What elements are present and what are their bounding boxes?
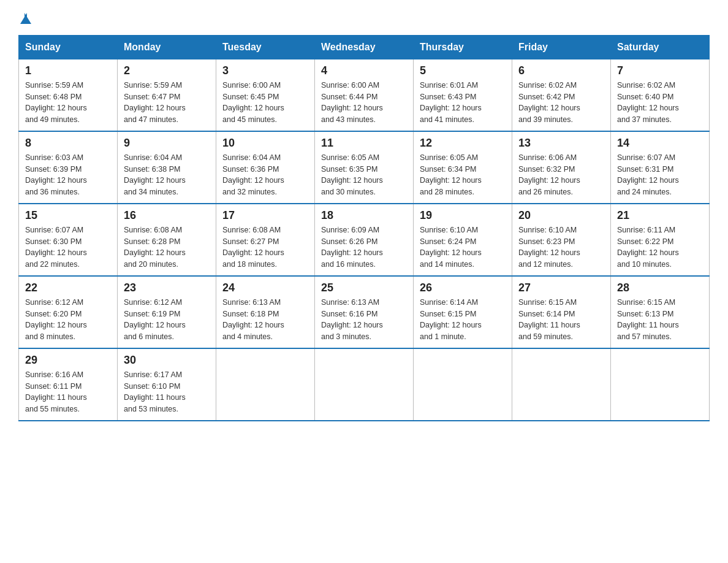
day-number: 22 (25, 282, 111, 294)
day-number: 11 (321, 137, 407, 150)
day-number: 26 (420, 282, 506, 294)
day-info: Sunrise: 6:12 AMSunset: 6:19 PMDaylight:… (124, 297, 210, 343)
day-info: Sunrise: 6:12 AMSunset: 6:20 PMDaylight:… (25, 297, 111, 343)
day-number: 21 (617, 209, 703, 222)
day-info: Sunrise: 6:05 AMSunset: 6:34 PMDaylight:… (420, 152, 506, 198)
calendar-table: SundayMondayTuesdayWednesdayThursdayFrid… (18, 35, 710, 421)
day-info: Sunrise: 6:09 AMSunset: 6:26 PMDaylight:… (321, 224, 407, 270)
day-info: Sunrise: 6:02 AMSunset: 6:42 PMDaylight:… (518, 80, 604, 126)
calendar-cell: 24Sunrise: 6:13 AMSunset: 6:18 PMDayligh… (216, 276, 315, 348)
day-number: 10 (222, 137, 308, 150)
calendar-cell: 14Sunrise: 6:07 AMSunset: 6:31 PMDayligh… (611, 131, 710, 204)
calendar-week-row: 8Sunrise: 6:03 AMSunset: 6:39 PMDaylight… (19, 131, 710, 204)
calendar-cell: 3Sunrise: 6:00 AMSunset: 6:45 PMDaylight… (216, 59, 315, 131)
calendar-cell: 11Sunrise: 6:05 AMSunset: 6:35 PMDayligh… (315, 131, 414, 204)
day-info: Sunrise: 6:08 AMSunset: 6:27 PMDaylight:… (222, 224, 308, 270)
calendar-cell: 28Sunrise: 6:15 AMSunset: 6:13 PMDayligh… (611, 276, 710, 348)
calendar-cell: 5Sunrise: 6:01 AMSunset: 6:43 PMDaylight… (414, 59, 512, 131)
day-number: 16 (124, 209, 210, 222)
day-number: 15 (25, 209, 111, 222)
calendar-cell: 30Sunrise: 6:17 AMSunset: 6:10 PMDayligh… (118, 348, 216, 421)
day-info: Sunrise: 5:59 AMSunset: 6:47 PMDaylight:… (124, 80, 210, 126)
calendar-cell (611, 348, 710, 421)
day-info: Sunrise: 6:04 AMSunset: 6:38 PMDaylight:… (124, 152, 210, 198)
day-info: Sunrise: 6:07 AMSunset: 6:31 PMDaylight:… (617, 152, 703, 198)
day-number: 20 (518, 209, 604, 222)
day-number: 23 (124, 282, 210, 294)
calendar-week-row: 15Sunrise: 6:07 AMSunset: 6:30 PMDayligh… (19, 204, 710, 276)
weekday-header-monday: Monday (118, 35, 216, 59)
day-info: Sunrise: 6:08 AMSunset: 6:28 PMDaylight:… (124, 224, 210, 270)
calendar-cell: 12Sunrise: 6:05 AMSunset: 6:34 PMDayligh… (414, 131, 512, 204)
calendar-cell: 7Sunrise: 6:02 AMSunset: 6:40 PMDaylight… (611, 59, 710, 131)
calendar-cell (315, 348, 414, 421)
calendar-cell: 26Sunrise: 6:14 AMSunset: 6:15 PMDayligh… (414, 276, 512, 348)
weekday-header-friday: Friday (512, 35, 611, 59)
weekday-header-wednesday: Wednesday (315, 35, 414, 59)
calendar-cell: 16Sunrise: 6:08 AMSunset: 6:28 PMDayligh… (118, 204, 216, 276)
day-info: Sunrise: 6:04 AMSunset: 6:36 PMDaylight:… (222, 152, 308, 198)
page-header (18, 12, 710, 24)
day-number: 12 (420, 137, 506, 150)
day-info: Sunrise: 6:14 AMSunset: 6:15 PMDaylight:… (420, 297, 506, 343)
day-number: 14 (617, 137, 703, 150)
day-info: Sunrise: 6:10 AMSunset: 6:23 PMDaylight:… (518, 224, 604, 270)
day-number: 19 (420, 209, 506, 222)
calendar-cell: 15Sunrise: 6:07 AMSunset: 6:30 PMDayligh… (19, 204, 118, 276)
calendar-cell: 1Sunrise: 5:59 AMSunset: 6:48 PMDaylight… (19, 59, 118, 131)
day-number: 6 (518, 64, 604, 77)
day-info: Sunrise: 6:02 AMSunset: 6:40 PMDaylight:… (617, 80, 703, 126)
calendar-cell (216, 348, 315, 421)
day-number: 9 (124, 137, 210, 150)
day-info: Sunrise: 6:15 AMSunset: 6:13 PMDaylight:… (617, 297, 703, 343)
calendar-cell: 18Sunrise: 6:09 AMSunset: 6:26 PMDayligh… (315, 204, 414, 276)
calendar-cell: 20Sunrise: 6:10 AMSunset: 6:23 PMDayligh… (512, 204, 611, 276)
day-number: 29 (25, 354, 111, 367)
day-number: 5 (420, 64, 506, 77)
calendar-cell: 29Sunrise: 6:16 AMSunset: 6:11 PMDayligh… (19, 348, 118, 421)
weekday-header-saturday: Saturday (611, 35, 710, 59)
day-number: 2 (124, 64, 210, 77)
day-number: 24 (222, 282, 308, 294)
calendar-week-row: 22Sunrise: 6:12 AMSunset: 6:20 PMDayligh… (19, 276, 710, 348)
calendar-cell (512, 348, 611, 421)
calendar-cell (414, 348, 512, 421)
calendar-cell: 2Sunrise: 5:59 AMSunset: 6:47 PMDaylight… (118, 59, 216, 131)
weekday-header-sunday: Sunday (19, 35, 118, 59)
calendar-cell: 4Sunrise: 6:00 AMSunset: 6:44 PMDaylight… (315, 59, 414, 131)
day-number: 13 (518, 137, 604, 150)
calendar-cell: 13Sunrise: 6:06 AMSunset: 6:32 PMDayligh… (512, 131, 611, 204)
calendar-cell: 10Sunrise: 6:04 AMSunset: 6:36 PMDayligh… (216, 131, 315, 204)
calendar-cell: 17Sunrise: 6:08 AMSunset: 6:27 PMDayligh… (216, 204, 315, 276)
day-number: 18 (321, 209, 407, 222)
day-info: Sunrise: 6:05 AMSunset: 6:35 PMDaylight:… (321, 152, 407, 198)
calendar-cell: 6Sunrise: 6:02 AMSunset: 6:42 PMDaylight… (512, 59, 611, 131)
day-info: Sunrise: 6:17 AMSunset: 6:10 PMDaylight:… (124, 369, 210, 415)
calendar-cell: 25Sunrise: 6:13 AMSunset: 6:16 PMDayligh… (315, 276, 414, 348)
logo (18, 12, 31, 24)
calendar-cell: 8Sunrise: 6:03 AMSunset: 6:39 PMDaylight… (19, 131, 118, 204)
day-number: 17 (222, 209, 308, 222)
calendar-cell: 21Sunrise: 6:11 AMSunset: 6:22 PMDayligh… (611, 204, 710, 276)
day-number: 7 (617, 64, 703, 77)
day-number: 30 (124, 354, 210, 367)
day-number: 27 (518, 282, 604, 294)
day-number: 1 (25, 64, 111, 77)
day-number: 3 (222, 64, 308, 77)
day-info: Sunrise: 6:00 AMSunset: 6:44 PMDaylight:… (321, 80, 407, 126)
day-info: Sunrise: 6:13 AMSunset: 6:16 PMDaylight:… (321, 297, 407, 343)
calendar-cell: 27Sunrise: 6:15 AMSunset: 6:14 PMDayligh… (512, 276, 611, 348)
calendar-cell: 19Sunrise: 6:10 AMSunset: 6:24 PMDayligh… (414, 204, 512, 276)
day-info: Sunrise: 6:13 AMSunset: 6:18 PMDaylight:… (222, 297, 308, 343)
day-number: 4 (321, 64, 407, 77)
calendar-week-row: 29Sunrise: 6:16 AMSunset: 6:11 PMDayligh… (19, 348, 710, 421)
day-info: Sunrise: 6:01 AMSunset: 6:43 PMDaylight:… (420, 80, 506, 126)
weekday-header-thursday: Thursday (414, 35, 512, 59)
calendar-week-row: 1Sunrise: 5:59 AMSunset: 6:48 PMDaylight… (19, 59, 710, 131)
day-info: Sunrise: 6:10 AMSunset: 6:24 PMDaylight:… (420, 224, 506, 270)
logo-triangle-icon (20, 12, 31, 24)
day-info: Sunrise: 6:03 AMSunset: 6:39 PMDaylight:… (25, 152, 111, 198)
weekday-header-tuesday: Tuesday (216, 35, 315, 59)
weekday-header-row: SundayMondayTuesdayWednesdayThursdayFrid… (19, 35, 710, 59)
day-info: Sunrise: 5:59 AMSunset: 6:48 PMDaylight:… (25, 80, 111, 126)
